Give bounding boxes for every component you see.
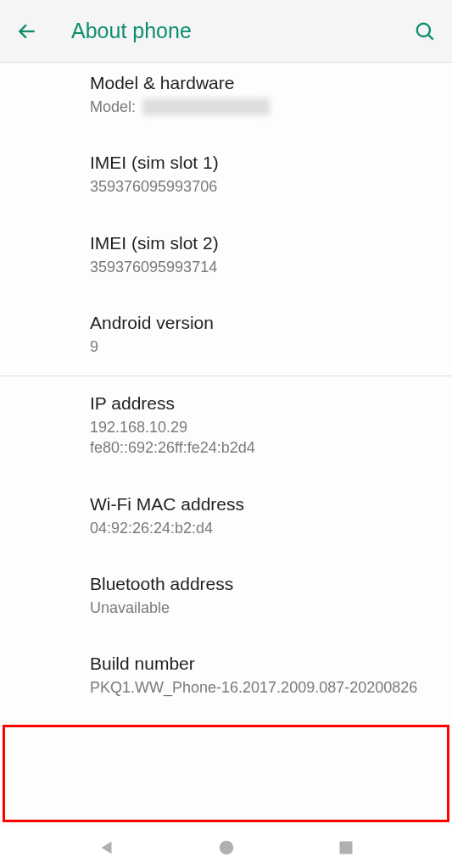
- ip-address-item[interactable]: IP address 192.168.10.29 fe80::692:26ff:…: [90, 376, 435, 477]
- svg-line-2: [428, 34, 433, 39]
- navigation-bar: [0, 827, 452, 868]
- highlight-box: [3, 725, 449, 822]
- build-number-item[interactable]: Build number PKQ1.WW_Phone-16.2017.2009.…: [90, 637, 435, 716]
- nav-recent-icon[interactable]: [338, 839, 354, 856]
- item-title: IMEI (sim slot 1): [90, 153, 435, 173]
- model-label: Model:: [90, 97, 136, 117]
- item-value: 359376095993714: [90, 257, 435, 277]
- android-version-item[interactable]: Android version 9: [90, 296, 435, 376]
- imei-slot1-item[interactable]: IMEI (sim slot 1) 359376095993706: [90, 136, 435, 215]
- app-header: About phone: [0, 0, 452, 63]
- item-value: 192.168.10.29 fe80::692:26ff:fe24:b2d4: [90, 417, 435, 459]
- item-title: Bluetooth address: [90, 574, 435, 594]
- bluetooth-address-item[interactable]: Bluetooth address Unavailable: [90, 557, 435, 637]
- model-value-redacted: [142, 98, 270, 115]
- ip-v6: fe80::692:26ff:fe24:b2d4: [90, 437, 435, 458]
- nav-home-icon[interactable]: [217, 838, 236, 857]
- item-title: Model & hardware: [90, 73, 435, 93]
- item-value: 04:92:26:24:b2:d4: [90, 518, 435, 538]
- item-title: IMEI (sim slot 2): [90, 233, 435, 253]
- item-value: 359376095993706: [90, 176, 435, 197]
- ip-v4: 192.168.10.29: [90, 417, 435, 437]
- page-title: About phone: [71, 19, 413, 43]
- item-title: Android version: [90, 313, 435, 333]
- model-hardware-item[interactable]: Model & hardware Model:: [90, 63, 435, 136]
- wifi-mac-item[interactable]: Wi-Fi MAC address 04:92:26:24:b2:d4: [90, 477, 435, 557]
- item-title: Build number: [90, 654, 435, 674]
- nav-back-icon[interactable]: [98, 838, 116, 857]
- svg-point-3: [220, 841, 234, 855]
- item-value: 9: [90, 337, 435, 357]
- item-value: Unavailable: [90, 598, 435, 618]
- search-icon[interactable]: [413, 19, 437, 43]
- settings-list: Model & hardware Model: IMEI (sim slot 1…: [0, 63, 452, 717]
- item-title: Wi-Fi MAC address: [90, 494, 435, 515]
- imei-slot2-item[interactable]: IMEI (sim slot 2) 359376095993714: [90, 216, 435, 296]
- item-value: Model:: [90, 97, 435, 117]
- svg-rect-4: [340, 842, 353, 854]
- back-arrow-icon[interactable]: [15, 19, 39, 43]
- item-value: PKQ1.WW_Phone-16.2017.2009.087-20200826: [90, 677, 435, 698]
- svg-point-1: [417, 23, 430, 36]
- item-title: IP address: [90, 393, 435, 414]
